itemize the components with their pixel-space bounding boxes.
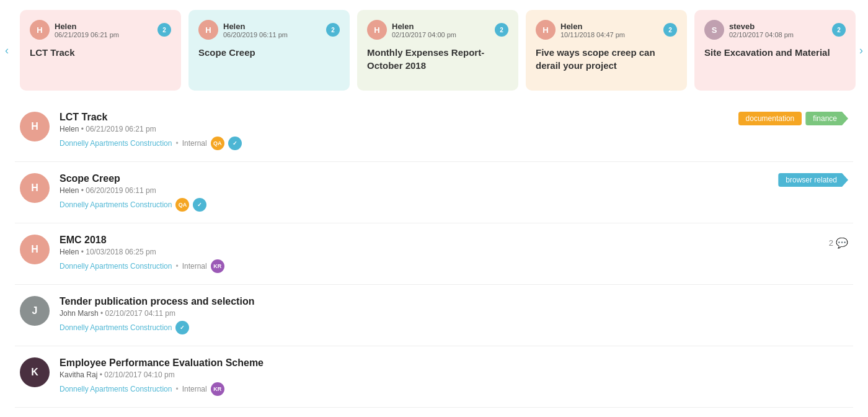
- card-header-1: H Helen 06/21/2019 06:21 pm 2: [30, 20, 171, 40]
- card-header-5: S steveb 02/10/2017 04:08 pm 2: [704, 20, 846, 40]
- card-author-1: Helen: [55, 22, 153, 31]
- card-title-2: Scope Creep: [198, 46, 340, 59]
- list-content-4: Tender publication process and selection…: [60, 296, 848, 334]
- list-item-2: H Scope Creep Helen • 06/20/2019 06:11 p…: [15, 162, 853, 223]
- carousel-card-1[interactable]: H Helen 06/21/2019 06:21 pm 2 LCT Track: [20, 10, 181, 91]
- card-meta-3: Helen 02/10/2017 04:00 pm: [392, 22, 490, 38]
- list-content-1: LCT Track Helen • 06/21/2019 06:21 pm Do…: [60, 112, 848, 150]
- list-subtitle-2: Helen • 06/20/2019 06:11 pm: [60, 186, 848, 195]
- list-content-2: Scope Creep Helen • 06/20/2019 06:11 pm …: [60, 173, 848, 212]
- card-date-5: 02/10/2017 04:08 pm: [729, 31, 827, 38]
- carousel-prev-button[interactable]: ‹: [5, 44, 9, 57]
- list-project-1[interactable]: Donnelly Apartments Construction: [60, 139, 172, 148]
- carousel-card-3[interactable]: H Helen 02/10/2017 04:00 pm 2 Monthly Ex…: [357, 10, 518, 91]
- list-date-1: 06/21/2019 06:21 pm: [86, 125, 156, 133]
- list-item-4: J Tender publication process and selecti…: [15, 285, 853, 346]
- carousel-card-2[interactable]: H Helen 06/20/2019 06:11 pm 2 Scope Cree…: [188, 10, 350, 91]
- list-content-3: EMC 2018 Helen • 10/03/2018 06:25 pm Don…: [60, 235, 848, 273]
- list-section: H LCT Track Helen • 06/21/2019 06:21 pm …: [0, 101, 868, 408]
- list-avatar-3: H: [20, 235, 50, 264]
- carousel-card-5[interactable]: S steveb 02/10/2017 04:08 pm 2 Site Exca…: [694, 10, 856, 91]
- list-badge-user-5: KR: [211, 382, 224, 396]
- list-avatar-4: J: [20, 296, 50, 326]
- card-badge-1: 2: [157, 23, 171, 37]
- card-title-5: Site Excavation and Material: [704, 46, 846, 59]
- list-title-5[interactable]: Employee Performance Evaluation Scheme: [60, 357, 848, 369]
- list-dot-4: •: [100, 309, 105, 318]
- list-visibility-1: Internal: [182, 139, 207, 148]
- list-author-4: John Marsh: [60, 309, 99, 318]
- list-footer-2: Donnelly Apartments Construction QA ✓: [60, 198, 848, 212]
- list-tag-browser-2[interactable]: browser related: [778, 173, 848, 187]
- list-badge-qa-1: QA: [211, 137, 224, 150]
- card-badge-4: 2: [663, 23, 677, 37]
- list-visibility-3: Internal: [182, 262, 207, 271]
- list-subtitle-3: Helen • 10/03/2018 06:25 pm: [60, 248, 848, 256]
- list-title-4[interactable]: Tender publication process and selection: [60, 296, 848, 307]
- list-tag-documentation-1[interactable]: documentation: [738, 112, 802, 125]
- card-meta-1: Helen 06/21/2019 06:21 pm: [55, 22, 153, 38]
- card-badge-5: 2: [832, 23, 846, 37]
- card-author-2: Helen: [223, 22, 321, 31]
- list-badge-qa-2: QA: [175, 198, 189, 212]
- card-author-3: Helen: [392, 22, 490, 31]
- list-badge-user-4: ✓: [175, 321, 189, 334]
- list-title-1[interactable]: LCT Track: [60, 112, 848, 123]
- list-author-1: Helen: [60, 125, 79, 133]
- list-title-2[interactable]: Scope Creep: [60, 173, 848, 184]
- list-project-4[interactable]: Donnelly Apartments Construction: [60, 323, 172, 332]
- list-subtitle-5: Kavitha Raj • 02/10/2017 04:10 pm: [60, 370, 848, 379]
- list-avatar-1: H: [20, 112, 50, 141]
- card-header-3: H Helen 02/10/2017 04:00 pm 2: [367, 20, 508, 40]
- carousel-card-4[interactable]: H Helen 10/11/2018 04:47 pm 2 Five ways …: [526, 10, 687, 91]
- list-subtitle-1: Helen • 06/21/2019 06:21 pm: [60, 125, 848, 133]
- list-project-5[interactable]: Donnelly Apartments Construction: [60, 385, 172, 393]
- card-avatar-3: H: [367, 20, 387, 40]
- list-content-5: Employee Performance Evaluation Scheme K…: [60, 357, 848, 396]
- list-project-2[interactable]: Donnelly Apartments Construction: [60, 200, 172, 209]
- card-author-5: steveb: [729, 22, 827, 31]
- list-author-5: Kavitha Raj: [60, 370, 97, 379]
- list-subtitle-4: John Marsh • 02/10/2017 04:11 pm: [60, 309, 848, 318]
- card-meta-5: steveb 02/10/2017 04:08 pm: [729, 22, 827, 38]
- comment-icon-3: 💬: [836, 237, 848, 249]
- list-tag-finance-1[interactable]: finance: [805, 112, 848, 125]
- list-footer-1: Donnelly Apartments Construction • Inter…: [60, 137, 848, 150]
- list-title-3[interactable]: EMC 2018: [60, 235, 848, 246]
- card-avatar-2: H: [198, 20, 218, 40]
- card-badge-2: 2: [326, 23, 340, 37]
- card-title-1: LCT Track: [30, 46, 171, 59]
- list-footer-5: Donnelly Apartments Construction • Inter…: [60, 382, 848, 396]
- card-avatar-1: H: [30, 20, 50, 40]
- card-author-4: Helen: [560, 22, 658, 31]
- list-date-4: 02/10/2017 04:11 pm: [105, 309, 175, 318]
- list-footer-4: Donnelly Apartments Construction ✓: [60, 321, 848, 334]
- card-title-4: Five ways scope creep can derail your pr…: [536, 46, 677, 72]
- list-badge-user-2: ✓: [193, 198, 206, 212]
- card-title-3: Monthly Expenses Report- October 2018: [367, 46, 508, 72]
- list-author-3: Helen: [60, 248, 79, 256]
- card-avatar-4: H: [536, 20, 556, 40]
- carousel-next-button[interactable]: ›: [859, 44, 863, 57]
- list-date-5: 02/10/2017 04:10 pm: [104, 370, 174, 379]
- list-date-2: 06/20/2019 06:11 pm: [86, 186, 156, 195]
- card-meta-4: Helen 10/11/2018 04:47 pm: [560, 22, 658, 38]
- comment-number-3: 2: [829, 238, 833, 248]
- card-date-4: 10/11/2018 04:47 pm: [560, 31, 658, 38]
- list-footer-3: Donnelly Apartments Construction • Inter…: [60, 259, 848, 273]
- card-date-1: 06/21/2019 06:21 pm: [55, 31, 153, 38]
- list-item-5: K Employee Performance Evaluation Scheme…: [15, 346, 853, 408]
- list-item-1: H LCT Track Helen • 06/21/2019 06:21 pm …: [15, 101, 853, 162]
- card-avatar-5: S: [704, 20, 724, 40]
- card-date-2: 06/20/2019 06:11 pm: [223, 31, 321, 38]
- card-badge-3: 2: [495, 23, 508, 37]
- card-header-2: H Helen 06/20/2019 06:11 pm 2: [198, 20, 340, 40]
- list-tags-1: documentation finance: [738, 112, 848, 125]
- list-author-2: Helen: [60, 186, 79, 195]
- list-tags-2: browser related: [778, 173, 848, 187]
- list-project-3[interactable]: Donnelly Apartments Construction: [60, 262, 172, 271]
- list-date-3: 10/03/2018 06:25 pm: [86, 248, 156, 256]
- list-visibility-5: Internal: [182, 385, 207, 393]
- card-header-4: H Helen 10/11/2018 04:47 pm 2: [536, 20, 677, 40]
- list-avatar-5: K: [20, 357, 50, 387]
